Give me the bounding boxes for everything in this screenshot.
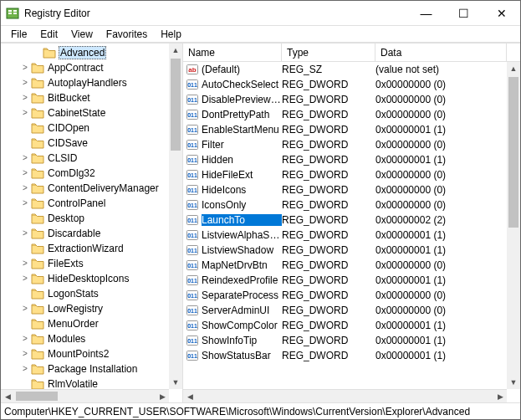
value-row[interactable]: 011ReindexedProfileREG_DWORD0x00000001 (… [183, 273, 507, 288]
value-row[interactable]: 011HideFileExtREG_DWORD0x00000000 (0) [183, 167, 507, 182]
tree-item-label: MountPoints2 [47, 348, 110, 360]
tree-item-label: ExtractionWizard [47, 243, 125, 254]
maximize-button[interactable]: ☐ [445, 1, 483, 25]
value-type: REG_DWORD [282, 305, 375, 316]
value-row[interactable]: 011FilterREG_DWORD0x00000000 (0) [183, 137, 507, 152]
value-type: REG_DWORD [282, 320, 375, 331]
titlebar[interactable]: Registry Editor — ☐ ✕ [1, 1, 520, 26]
tree-item[interactable]: >BitBucket [1, 90, 169, 105]
expand-icon[interactable]: > [19, 259, 31, 268]
value-name: (Default) [202, 64, 282, 75]
tree-item[interactable]: >ContentDeliveryManager [1, 181, 169, 196]
tree-scrollbar-vertical[interactable]: ▲ ▼ [169, 44, 182, 389]
expand-icon[interactable]: > [19, 350, 31, 358]
value-row[interactable]: 011MapNetDrvBtnREG_DWORD0x00000000 (0) [183, 258, 507, 273]
values-scrollbar-horizontal[interactable]: ◀ ▶ [183, 389, 507, 402]
tree-pane[interactable]: Advanced>AppContract>AutoplayHandlers>Bi… [1, 44, 183, 402]
value-row[interactable]: 011LaunchToREG_DWORD0x00000002 (2) [183, 213, 507, 228]
value-row[interactable]: 011DisablePreviewD...REG_DWORD0x00000000… [183, 92, 507, 107]
value-name: EnableStartMenu [202, 124, 282, 136]
value-type: REG_DWORD [282, 199, 375, 211]
menu-help[interactable]: Help [154, 27, 188, 42]
tree-item[interactable]: >Discardable [1, 226, 169, 241]
minimize-button[interactable]: — [407, 1, 445, 25]
close-button[interactable]: ✕ [483, 1, 520, 25]
scroll-left-icon[interactable]: ◀ [183, 390, 197, 402]
tree-item[interactable]: Desktop [1, 211, 169, 226]
tree-item-label: CIDSave [47, 137, 89, 149]
tree-item[interactable]: >CabinetState [1, 105, 169, 120]
tree-item[interactable]: ExtractionWizard [1, 241, 169, 256]
value-row[interactable]: 011HiddenREG_DWORD0x00000001 (1) [183, 152, 507, 167]
scroll-thumb[interactable] [16, 392, 58, 401]
tree-item[interactable]: >Package Installation [1, 361, 169, 376]
tree-scrollbar-horizontal[interactable]: ◀ ▶ [1, 389, 169, 402]
value-row[interactable]: 011HideIconsREG_DWORD0x00000000 (0) [183, 182, 507, 197]
scroll-thumb[interactable] [508, 77, 518, 228]
folder-icon [31, 333, 44, 345]
value-row[interactable]: 011ListviewAlphaSe...REG_DWORD0x00000001… [183, 228, 507, 243]
value-row[interactable]: 011ListviewShadowREG_DWORD0x00000001 (1) [183, 243, 507, 258]
scroll-right-icon[interactable]: ▶ [156, 390, 169, 402]
value-row[interactable]: 011ShowCompColorREG_DWORD0x00000001 (1) [183, 318, 507, 333]
expand-icon[interactable]: > [19, 229, 31, 238]
expand-icon[interactable]: > [19, 305, 31, 313]
column-header-type[interactable]: Type [282, 44, 375, 61]
tree-item[interactable]: >AutoplayHandlers [1, 75, 169, 90]
tree-item[interactable]: Advanced [1, 45, 169, 60]
expand-icon[interactable]: > [19, 184, 31, 192]
value-row[interactable]: 011AutoCheckSelectREG_DWORD0x00000000 (0… [183, 77, 507, 92]
scroll-down-icon[interactable]: ▼ [507, 376, 520, 389]
scroll-up-icon[interactable]: ▲ [169, 44, 182, 57]
expand-icon[interactable]: > [19, 365, 31, 373]
scroll-left-icon[interactable]: ◀ [1, 390, 14, 402]
tree-item[interactable]: >HideDesktopIcons [1, 271, 169, 286]
tree-item[interactable]: >CLSID [1, 151, 169, 166]
expand-icon[interactable]: > [19, 94, 31, 102]
value-row[interactable]: ab(Default)REG_SZ(value not set) [183, 62, 507, 77]
tree-item[interactable]: >FileExts [1, 256, 169, 271]
scroll-right-icon[interactable]: ▶ [493, 390, 507, 402]
expand-icon[interactable]: > [19, 199, 31, 207]
svg-text:011: 011 [187, 187, 197, 193]
expand-icon[interactable]: > [19, 64, 31, 72]
expand-icon[interactable]: > [19, 109, 31, 117]
expand-icon[interactable]: > [19, 154, 31, 162]
value-row[interactable]: 011ShowInfoTipREG_DWORD0x00000001 (1) [183, 333, 507, 348]
value-row[interactable]: 011SeparateProcessREG_DWORD0x00000000 (0… [183, 288, 507, 303]
tree-item[interactable]: >MountPoints2 [1, 346, 169, 361]
expand-icon[interactable]: > [19, 79, 31, 87]
column-header-name[interactable]: Name [183, 44, 282, 61]
scroll-thumb[interactable] [171, 59, 181, 151]
values-pane[interactable]: Name Type Data ab(Default)REG_SZ(value n… [183, 44, 520, 402]
tree-item[interactable]: >ComDlg32 [1, 166, 169, 181]
value-row[interactable]: 011ServerAdminUIREG_DWORD0x00000000 (0) [183, 303, 507, 318]
expand-icon[interactable]: > [19, 274, 31, 283]
value-row[interactable]: 011ShowStatusBarREG_DWORD0x00000001 (1) [183, 348, 507, 363]
menu-favorites[interactable]: Favorites [100, 27, 154, 42]
tree-item[interactable]: >ControlPanel [1, 196, 169, 211]
column-header-data[interactable]: Data [375, 44, 507, 61]
expand-icon[interactable]: > [19, 169, 31, 177]
folder-icon [31, 273, 44, 284]
scroll-up-icon[interactable]: ▲ [507, 62, 520, 75]
expand-icon[interactable]: > [19, 335, 31, 343]
tree-item[interactable]: LogonStats [1, 286, 169, 301]
scroll-down-icon[interactable]: ▼ [169, 376, 182, 389]
tree-item-label: AppContract [47, 62, 105, 74]
tree-item[interactable]: CIDSave [1, 136, 169, 151]
tree-item[interactable]: >AppContract [1, 60, 169, 75]
tree-item[interactable]: CIDOpen [1, 120, 169, 136]
menu-edit[interactable]: Edit [33, 27, 64, 42]
dword-value-icon: 011 [183, 334, 202, 347]
menu-view[interactable]: View [64, 27, 100, 42]
values-scrollbar-vertical[interactable]: ▲ ▼ [507, 62, 520, 389]
value-row[interactable]: 011IconsOnlyREG_DWORD0x00000000 (0) [183, 197, 507, 213]
value-row[interactable]: 011DontPrettyPathREG_DWORD0x00000000 (0) [183, 107, 507, 122]
tree-item[interactable]: MenuOrder [1, 316, 169, 331]
tree-item[interactable]: >Modules [1, 331, 169, 346]
value-row[interactable]: 011EnableStartMenuREG_DWORD0x00000001 (1… [183, 122, 507, 137]
value-name: ServerAdminUI [202, 305, 282, 316]
tree-item[interactable]: >LowRegistry [1, 301, 169, 316]
menu-file[interactable]: File [4, 27, 33, 42]
